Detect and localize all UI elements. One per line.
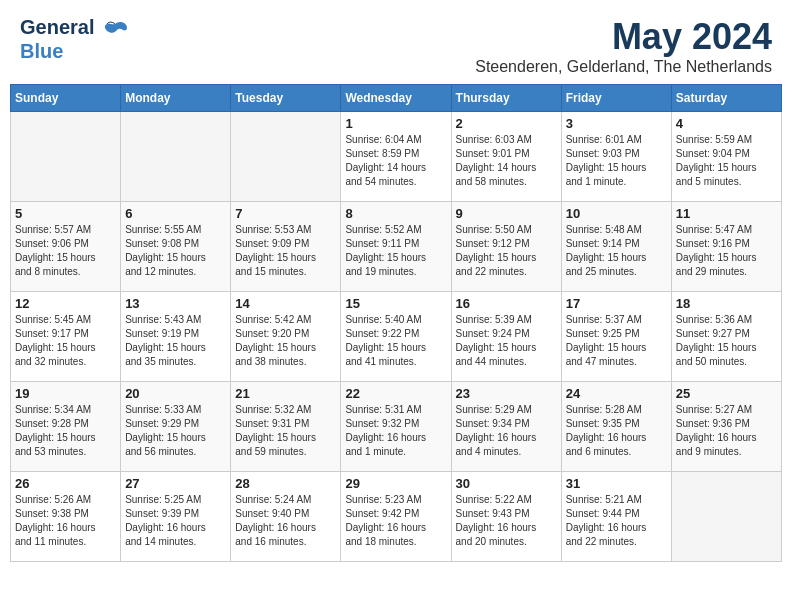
cell-1-2 [121, 112, 231, 202]
cell-5-4: 29Sunrise: 5:23 AM Sunset: 9:42 PM Dayli… [341, 472, 451, 562]
day-number: 14 [235, 296, 336, 311]
day-info: Sunrise: 5:52 AM Sunset: 9:11 PM Dayligh… [345, 223, 446, 279]
header-wednesday: Wednesday [341, 85, 451, 112]
day-info: Sunrise: 6:04 AM Sunset: 8:59 PM Dayligh… [345, 133, 446, 189]
day-number: 19 [15, 386, 116, 401]
cell-2-7: 11Sunrise: 5:47 AM Sunset: 9:16 PM Dayli… [671, 202, 781, 292]
cell-2-4: 8Sunrise: 5:52 AM Sunset: 9:11 PM Daylig… [341, 202, 451, 292]
day-info: Sunrise: 5:57 AM Sunset: 9:06 PM Dayligh… [15, 223, 116, 279]
day-info: Sunrise: 5:32 AM Sunset: 9:31 PM Dayligh… [235, 403, 336, 459]
cell-4-1: 19Sunrise: 5:34 AM Sunset: 9:28 PM Dayli… [11, 382, 121, 472]
cell-3-5: 16Sunrise: 5:39 AM Sunset: 9:24 PM Dayli… [451, 292, 561, 382]
header-thursday: Thursday [451, 85, 561, 112]
day-number: 13 [125, 296, 226, 311]
day-info: Sunrise: 5:22 AM Sunset: 9:43 PM Dayligh… [456, 493, 557, 549]
day-number: 1 [345, 116, 446, 131]
month-title: May 2024 [475, 16, 772, 58]
logo: General Blue [20, 16, 129, 63]
day-info: Sunrise: 6:03 AM Sunset: 9:01 PM Dayligh… [456, 133, 557, 189]
week-row-5: 26Sunrise: 5:26 AM Sunset: 9:38 PM Dayli… [11, 472, 782, 562]
cell-4-6: 24Sunrise: 5:28 AM Sunset: 9:35 PM Dayli… [561, 382, 671, 472]
day-info: Sunrise: 5:45 AM Sunset: 9:17 PM Dayligh… [15, 313, 116, 369]
cell-3-1: 12Sunrise: 5:45 AM Sunset: 9:17 PM Dayli… [11, 292, 121, 382]
day-info: Sunrise: 5:28 AM Sunset: 9:35 PM Dayligh… [566, 403, 667, 459]
cell-3-4: 15Sunrise: 5:40 AM Sunset: 9:22 PM Dayli… [341, 292, 451, 382]
day-info: Sunrise: 5:42 AM Sunset: 9:20 PM Dayligh… [235, 313, 336, 369]
day-info: Sunrise: 5:26 AM Sunset: 9:38 PM Dayligh… [15, 493, 116, 549]
day-number: 6 [125, 206, 226, 221]
cell-4-5: 23Sunrise: 5:29 AM Sunset: 9:34 PM Dayli… [451, 382, 561, 472]
week-row-3: 12Sunrise: 5:45 AM Sunset: 9:17 PM Dayli… [11, 292, 782, 382]
day-number: 18 [676, 296, 777, 311]
day-number: 5 [15, 206, 116, 221]
day-number: 31 [566, 476, 667, 491]
day-number: 27 [125, 476, 226, 491]
day-info: Sunrise: 5:55 AM Sunset: 9:08 PM Dayligh… [125, 223, 226, 279]
day-info: Sunrise: 5:31 AM Sunset: 9:32 PM Dayligh… [345, 403, 446, 459]
cell-4-2: 20Sunrise: 5:33 AM Sunset: 9:29 PM Dayli… [121, 382, 231, 472]
cell-2-3: 7Sunrise: 5:53 AM Sunset: 9:09 PM Daylig… [231, 202, 341, 292]
cell-3-3: 14Sunrise: 5:42 AM Sunset: 9:20 PM Dayli… [231, 292, 341, 382]
day-number: 4 [676, 116, 777, 131]
cell-3-6: 17Sunrise: 5:37 AM Sunset: 9:25 PM Dayli… [561, 292, 671, 382]
logo-blue-text: Blue [20, 40, 63, 63]
cell-2-6: 10Sunrise: 5:48 AM Sunset: 9:14 PM Dayli… [561, 202, 671, 292]
day-number: 10 [566, 206, 667, 221]
day-info: Sunrise: 5:50 AM Sunset: 9:12 PM Dayligh… [456, 223, 557, 279]
day-number: 22 [345, 386, 446, 401]
day-number: 28 [235, 476, 336, 491]
day-info: Sunrise: 5:39 AM Sunset: 9:24 PM Dayligh… [456, 313, 557, 369]
day-info: Sunrise: 5:34 AM Sunset: 9:28 PM Dayligh… [15, 403, 116, 459]
calendar-table: Sunday Monday Tuesday Wednesday Thursday… [10, 84, 782, 562]
cell-2-1: 5Sunrise: 5:57 AM Sunset: 9:06 PM Daylig… [11, 202, 121, 292]
week-row-4: 19Sunrise: 5:34 AM Sunset: 9:28 PM Dayli… [11, 382, 782, 472]
day-info: Sunrise: 5:59 AM Sunset: 9:04 PM Dayligh… [676, 133, 777, 189]
day-number: 26 [15, 476, 116, 491]
day-info: Sunrise: 5:47 AM Sunset: 9:16 PM Dayligh… [676, 223, 777, 279]
header-saturday: Saturday [671, 85, 781, 112]
cell-1-1 [11, 112, 121, 202]
cell-2-2: 6Sunrise: 5:55 AM Sunset: 9:08 PM Daylig… [121, 202, 231, 292]
cell-3-7: 18Sunrise: 5:36 AM Sunset: 9:27 PM Dayli… [671, 292, 781, 382]
title-block: May 2024 Steenderen, Gelderland, The Net… [475, 16, 772, 76]
day-info: Sunrise: 5:21 AM Sunset: 9:44 PM Dayligh… [566, 493, 667, 549]
day-number: 23 [456, 386, 557, 401]
day-info: Sunrise: 5:36 AM Sunset: 9:27 PM Dayligh… [676, 313, 777, 369]
day-number: 17 [566, 296, 667, 311]
day-info: Sunrise: 6:01 AM Sunset: 9:03 PM Dayligh… [566, 133, 667, 189]
cell-4-3: 21Sunrise: 5:32 AM Sunset: 9:31 PM Dayli… [231, 382, 341, 472]
logo-general-text: General [20, 16, 129, 40]
day-number: 15 [345, 296, 446, 311]
day-number: 24 [566, 386, 667, 401]
day-info: Sunrise: 5:53 AM Sunset: 9:09 PM Dayligh… [235, 223, 336, 279]
header-friday: Friday [561, 85, 671, 112]
day-number: 25 [676, 386, 777, 401]
logo-bird-icon [101, 20, 129, 40]
day-number: 21 [235, 386, 336, 401]
day-info: Sunrise: 5:24 AM Sunset: 9:40 PM Dayligh… [235, 493, 336, 549]
calendar-wrapper: Sunday Monday Tuesday Wednesday Thursday… [0, 84, 792, 572]
header-monday: Monday [121, 85, 231, 112]
day-info: Sunrise: 5:25 AM Sunset: 9:39 PM Dayligh… [125, 493, 226, 549]
cell-2-5: 9Sunrise: 5:50 AM Sunset: 9:12 PM Daylig… [451, 202, 561, 292]
header-tuesday: Tuesday [231, 85, 341, 112]
cell-4-4: 22Sunrise: 5:31 AM Sunset: 9:32 PM Dayli… [341, 382, 451, 472]
day-info: Sunrise: 5:33 AM Sunset: 9:29 PM Dayligh… [125, 403, 226, 459]
header-sunday: Sunday [11, 85, 121, 112]
day-number: 7 [235, 206, 336, 221]
cell-1-3 [231, 112, 341, 202]
day-number: 9 [456, 206, 557, 221]
cell-5-6: 31Sunrise: 5:21 AM Sunset: 9:44 PM Dayli… [561, 472, 671, 562]
day-number: 29 [345, 476, 446, 491]
day-number: 2 [456, 116, 557, 131]
day-info: Sunrise: 5:48 AM Sunset: 9:14 PM Dayligh… [566, 223, 667, 279]
cell-1-5: 2Sunrise: 6:03 AM Sunset: 9:01 PM Daylig… [451, 112, 561, 202]
weekday-header-row: Sunday Monday Tuesday Wednesday Thursday… [11, 85, 782, 112]
cell-3-2: 13Sunrise: 5:43 AM Sunset: 9:19 PM Dayli… [121, 292, 231, 382]
cell-5-5: 30Sunrise: 5:22 AM Sunset: 9:43 PM Dayli… [451, 472, 561, 562]
day-number: 11 [676, 206, 777, 221]
day-info: Sunrise: 5:29 AM Sunset: 9:34 PM Dayligh… [456, 403, 557, 459]
day-info: Sunrise: 5:27 AM Sunset: 9:36 PM Dayligh… [676, 403, 777, 459]
location-text: Steenderen, Gelderland, The Netherlands [475, 58, 772, 76]
day-number: 30 [456, 476, 557, 491]
